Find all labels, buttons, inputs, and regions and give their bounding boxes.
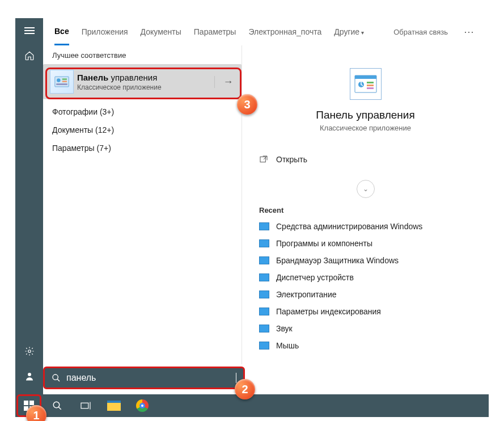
start-sidebar <box>15 18 43 394</box>
svg-point-3 <box>57 78 61 82</box>
feedback-link[interactable]: Обратная связь <box>393 28 448 36</box>
svg-point-14 <box>53 374 58 380</box>
recent-item[interactable]: Диспетчер устройств <box>242 269 489 286</box>
search-panel: Все Приложения Документы Параметры Элект… <box>43 18 489 364</box>
recent-item[interactable]: Мышь <box>242 337 489 354</box>
svg-point-15 <box>53 402 60 408</box>
settings-button[interactable] <box>15 339 43 364</box>
app-icon <box>259 291 269 298</box>
svg-rect-6 <box>56 83 67 85</box>
detail-pane: Панель управления Классическое приложени… <box>242 45 489 364</box>
search-box[interactable] <box>43 367 245 389</box>
detail-title: Панель управления <box>253 109 477 121</box>
recent-header: Recent <box>242 203 489 218</box>
control-panel-large-icon <box>350 68 382 100</box>
app-icon <box>259 308 269 315</box>
open-action[interactable]: Открыть <box>259 149 472 170</box>
taskbar <box>15 394 489 417</box>
taskbar-search-button[interactable] <box>45 394 70 417</box>
search-icon <box>52 373 61 382</box>
app-icon <box>259 325 269 332</box>
recent-item[interactable]: Электропитание <box>242 286 489 303</box>
category-documents[interactable]: Документы (12+) <box>43 121 242 139</box>
annotation-badge-2: 2 <box>235 379 255 399</box>
best-match-title: Панель управления <box>77 73 214 82</box>
tab-email[interactable]: Электронная_почта <box>248 19 321 44</box>
category-settings[interactable]: Параметры (7+) <box>43 139 242 157</box>
expand-arrow-button[interactable]: → <box>214 76 242 88</box>
svg-rect-5 <box>62 81 67 82</box>
svg-rect-10 <box>367 82 374 83</box>
recent-item[interactable]: Брандмауэр Защитника Windows <box>242 252 489 269</box>
annotation-badge-3: 3 <box>237 94 257 115</box>
recent-item[interactable]: Звук <box>242 320 489 337</box>
chrome-icon <box>136 399 149 412</box>
folder-icon <box>107 401 121 411</box>
control-panel-icon <box>50 70 74 94</box>
svg-point-0 <box>28 350 31 353</box>
svg-rect-8 <box>355 75 376 79</box>
app-icon <box>259 342 269 350</box>
results-list: Лучшее соответствие Панель управления Кл… <box>43 45 242 364</box>
detail-subtitle: Классическое приложение <box>253 124 477 132</box>
app-icon <box>259 256 269 264</box>
best-match-header: Лучшее соответствие <box>43 45 242 64</box>
svg-rect-11 <box>367 85 374 86</box>
app-icon <box>259 222 269 230</box>
file-explorer-button[interactable] <box>101 394 126 417</box>
app-icon <box>259 273 269 281</box>
best-match-item[interactable]: Панель управления Классическое приложени… <box>43 64 242 99</box>
home-button[interactable] <box>15 43 43 68</box>
menu-button[interactable] <box>15 18 43 43</box>
svg-point-1 <box>28 373 31 376</box>
best-match-subtitle: Классическое приложение <box>77 83 214 91</box>
category-photos[interactable]: Фотографии (3+) <box>43 103 242 121</box>
expand-chevron-button[interactable]: ⌄ <box>357 180 375 198</box>
svg-rect-13 <box>260 157 265 162</box>
svg-rect-12 <box>367 87 374 89</box>
tab-settings[interactable]: Параметры <box>194 19 236 44</box>
svg-rect-4 <box>62 78 67 79</box>
filter-tabs: Все Приложения Документы Параметры Элект… <box>43 18 489 45</box>
chrome-button[interactable] <box>130 394 155 417</box>
search-input[interactable] <box>66 373 236 383</box>
task-view-button[interactable] <box>73 394 98 417</box>
recent-item[interactable]: Параметры индексирования <box>242 303 489 320</box>
recent-item[interactable]: Средства администрирования Windows <box>242 218 489 235</box>
tab-all[interactable]: Все <box>54 19 69 45</box>
svg-rect-16 <box>81 403 88 409</box>
annotation-badge-1: 1 <box>26 405 46 421</box>
more-options-button[interactable]: ⋯ <box>460 26 477 38</box>
recent-item[interactable]: Программы и компоненты <box>242 235 489 252</box>
tab-documents[interactable]: Документы <box>141 19 181 44</box>
tab-apps[interactable]: Приложения <box>82 19 128 44</box>
app-icon <box>259 239 269 247</box>
account-button[interactable] <box>15 364 43 389</box>
tab-more[interactable]: Другие <box>334 19 364 44</box>
